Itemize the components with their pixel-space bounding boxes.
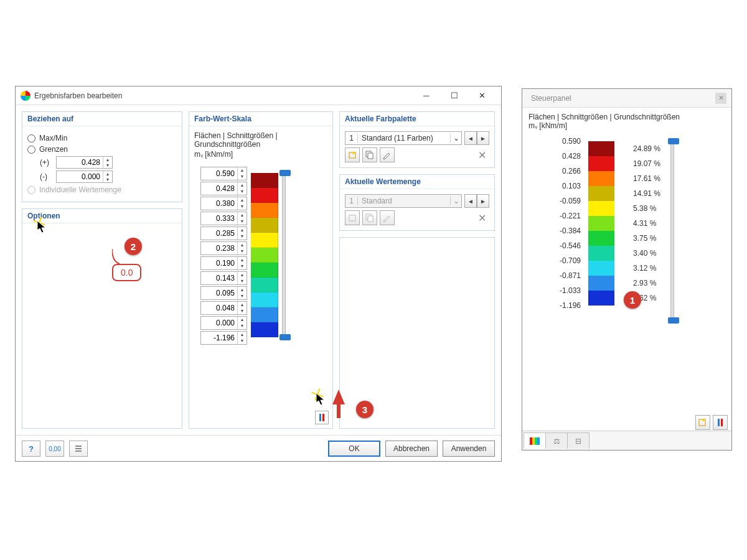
scale-color-swatch[interactable]: [251, 218, 278, 233]
legend-color-swatch: [588, 291, 614, 306]
scale-color-swatch[interactable]: [251, 322, 278, 337]
group-werte: Aktuelle Wertemenge 1 Standard ⌄ ◄ ►: [339, 174, 495, 231]
palette-prev[interactable]: ◄: [464, 131, 477, 145]
tab-tree[interactable]: ⊟: [567, 432, 590, 449]
plus-input[interactable]: [57, 157, 103, 168]
legend-percent: 3.40 %: [633, 246, 660, 261]
scale-value-input[interactable]: [201, 302, 237, 314]
werte-copy[interactable]: [362, 210, 377, 225]
group-skala: Farb-Wert-Skala Flächen | Schnittgrößen …: [189, 111, 333, 429]
scale-value-input[interactable]: [201, 272, 237, 284]
tab-balance[interactable]: ⚖: [545, 432, 568, 449]
steuer-edit-button[interactable]: [695, 415, 710, 430]
scale-color-swatch[interactable]: [251, 292, 278, 307]
scale-value-spinner[interactable]: ▲▼: [200, 301, 247, 315]
radio-maxmin[interactable]: [27, 134, 35, 142]
scale-value-input[interactable]: [201, 197, 237, 210]
scale-value-input[interactable]: [201, 317, 237, 329]
legend-value: 0.266: [562, 164, 585, 179]
minus-spinner[interactable]: ▲▼: [56, 170, 113, 183]
button-row: ? 0,00 OK Abbrechen Anwenden: [16, 435, 501, 462]
radio-grenzen[interactable]: [27, 146, 35, 154]
palette-next[interactable]: ►: [477, 131, 489, 145]
scale-value-spinner[interactable]: ▲▼: [200, 167, 247, 180]
scale-value-spinner[interactable]: ▲▼: [200, 212, 247, 225]
scale-value-spinner[interactable]: ▲▼: [200, 331, 247, 345]
scale-color-swatch[interactable]: [251, 263, 278, 278]
help-icon: ?: [29, 444, 34, 454]
scale-value-input[interactable]: [201, 332, 237, 344]
scale-color-swatch[interactable]: [251, 233, 278, 248]
apply-button[interactable]: Anwenden: [443, 441, 495, 457]
edit-icon: [383, 151, 392, 159]
scale-color-swatch[interactable]: [251, 248, 278, 263]
scale-slider[interactable]: [282, 173, 286, 337]
scale-value-spinner[interactable]: ▲▼: [200, 256, 247, 270]
scale-value-spinner[interactable]: ▲▼: [200, 226, 247, 240]
scale-value-input[interactable]: [201, 212, 237, 225]
scale-color-swatch[interactable]: [251, 173, 278, 188]
scale-value-spinner[interactable]: ▲▼: [200, 286, 247, 300]
tab-colors[interactable]: [524, 432, 546, 449]
werte-prev[interactable]: ◄: [464, 194, 477, 208]
scale-value-input[interactable]: [201, 257, 237, 269]
scale-color-swatch[interactable]: [251, 188, 278, 203]
group-optionen: Optionen: [22, 208, 182, 429]
scale-value-input[interactable]: [201, 242, 237, 254]
close-button[interactable]: ✕: [468, 86, 496, 105]
plus-spinner[interactable]: ▲▼: [56, 156, 113, 169]
werte-delete[interactable]: ✕: [474, 210, 489, 225]
palette-dropdown[interactable]: 1 Standard (11 Farben) ⌄: [345, 131, 462, 145]
scale-value-spinner[interactable]: ▲▼: [200, 316, 247, 330]
slider-thumb-top[interactable]: [280, 170, 291, 176]
scale-value-spinner[interactable]: ▲▼: [200, 271, 247, 285]
dialog-result-colors: Ergebnisfarben bearbeiten ─ ☐ ✕ Beziehen…: [15, 86, 502, 462]
scale-value-spinner[interactable]: ▲▼: [200, 241, 247, 255]
group-empty: [339, 237, 495, 429]
annotation-badge-1: 1: [624, 291, 641, 309]
scale-color-swatch[interactable]: [251, 307, 278, 322]
werte-name: Standard: [358, 197, 450, 205]
chevron-down-icon: ⌄: [450, 134, 461, 142]
werte-new[interactable]: [345, 210, 360, 225]
werte-next[interactable]: ►: [477, 194, 489, 208]
legend-color-swatch: [588, 231, 614, 246]
maximize-button[interactable]: ☐: [440, 86, 468, 105]
scale-color-swatch[interactable]: [251, 203, 278, 218]
palette-delete[interactable]: ✕: [474, 147, 489, 162]
panel-close[interactable]: ✕: [715, 93, 726, 104]
scale-value-spinner[interactable]: ▲▼: [200, 182, 247, 195]
svg-rect-13: [721, 419, 723, 426]
palette-edit[interactable]: [380, 147, 395, 162]
ok-button[interactable]: OK: [328, 441, 380, 457]
scale-color-swatch[interactable]: [251, 278, 278, 292]
werte-edit[interactable]: [380, 210, 395, 225]
scale-value-input[interactable]: [201, 227, 237, 240]
group-beziehen: Beziehen auf Max/Min Grenzen (+) ▲: [22, 111, 182, 202]
help-button[interactable]: ?: [22, 441, 40, 457]
radio-indiv: [27, 186, 35, 194]
scale-value-input[interactable]: [201, 287, 237, 299]
range-icon-button[interactable]: [315, 411, 329, 424]
legend-value: -1.033: [560, 283, 585, 298]
minus-input[interactable]: [57, 171, 103, 182]
decimals-button[interactable]: 0,00: [45, 441, 64, 457]
scale-value-input[interactable]: [201, 182, 237, 195]
annotation-leader: [112, 249, 131, 268]
list-button[interactable]: [69, 441, 88, 457]
legend-slider[interactable]: [670, 141, 674, 320]
minimize-button[interactable]: ─: [412, 86, 440, 105]
decimals-icon: 0,00: [49, 446, 60, 452]
steuer-range-button[interactable]: [713, 415, 728, 430]
slider-thumb-bottom[interactable]: [668, 317, 679, 324]
slider-thumb-top[interactable]: [668, 138, 679, 144]
palette-copy[interactable]: [362, 147, 377, 162]
cancel-button[interactable]: Abbrechen: [385, 441, 438, 457]
radio-grenzen-label: Grenzen: [39, 145, 68, 154]
scale-value-input[interactable]: [201, 167, 237, 180]
svg-rect-10: [75, 450, 82, 452]
scale-value-spinner[interactable]: ▲▼: [200, 197, 247, 210]
slider-thumb-bottom[interactable]: [280, 334, 291, 340]
palette-new[interactable]: [345, 147, 360, 162]
svg-rect-9: [75, 448, 82, 449]
